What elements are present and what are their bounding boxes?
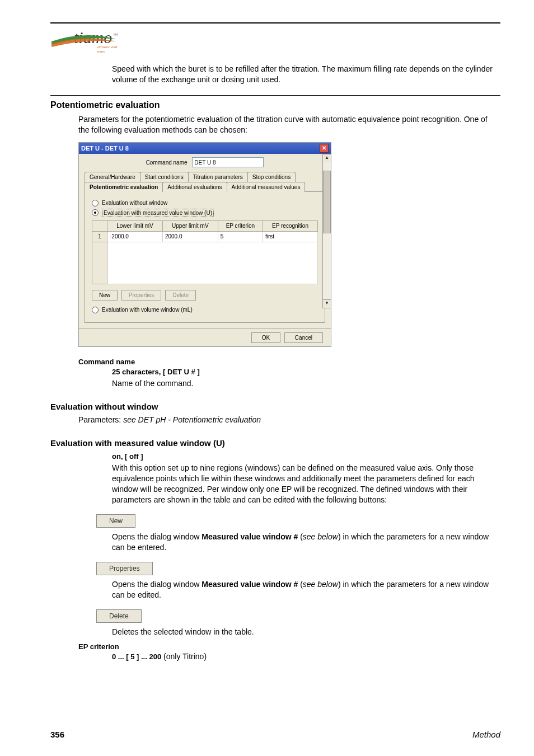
delete-ui-button[interactable]: Delete xyxy=(96,609,142,623)
close-icon[interactable]: ✕ xyxy=(320,144,329,153)
tab-additional-measured-values[interactable]: Additional measured values xyxy=(227,182,306,192)
col-rownum xyxy=(92,221,107,232)
col-lower-limit: Lower limit mV xyxy=(107,221,163,232)
ep-criterion-spec: 0 ... [ 5 ] ... 200 xyxy=(112,652,161,661)
col-ep-recognition: EP recognition xyxy=(263,221,318,232)
footer-title: Method xyxy=(472,730,500,739)
logo-subtitle: titration and more xyxy=(97,45,118,54)
new-button[interactable]: New xyxy=(92,290,118,301)
new-ui-button[interactable]: New xyxy=(96,514,135,528)
command-name-param-label: Command name xyxy=(78,357,500,367)
ok-button[interactable]: OK xyxy=(251,332,280,344)
scroll-down-icon[interactable]: ▼ xyxy=(322,299,331,308)
potentiometric-evaluation-heading: Potentiometric evaluation xyxy=(50,99,500,111)
radio-icon xyxy=(92,200,99,206)
cancel-button[interactable]: Cancel xyxy=(284,332,323,344)
command-name-input[interactable] xyxy=(192,157,264,167)
radio-icon xyxy=(92,307,99,313)
scroll-up-icon[interactable]: ▲ xyxy=(322,154,331,163)
eval-with-window-spec: on, [ off ] xyxy=(112,452,500,462)
page-number: 356 xyxy=(50,730,64,739)
command-name-label: Command name xyxy=(146,159,188,166)
delete-button[interactable]: Delete xyxy=(165,290,196,301)
scrollbar-track[interactable] xyxy=(322,162,331,300)
windows-table: Lower limit mV Upper limit mV EP criteri… xyxy=(92,220,318,284)
properties-button-desc: Opens the dialog window Measured value w… xyxy=(112,579,500,600)
table-row[interactable]: 1 -2000.0 2000.0 5 first xyxy=(92,231,318,242)
col-ep-criterion: EP criterion xyxy=(218,221,263,232)
brand-logo: tiamo™ titration and more xyxy=(50,28,118,47)
cell-ep-recognition: first xyxy=(263,231,318,242)
tab-panel: Evaluation without window Evaluation wit… xyxy=(85,191,325,323)
delete-button-desc: Deletes the selected window in the table… xyxy=(112,627,500,637)
potentiometric-evaluation-intro: Parameters for the potentiometric evalua… xyxy=(78,114,500,135)
radio-label: Evaluation with measured value window (U… xyxy=(102,209,214,218)
ep-criterion-label: EP criterion xyxy=(78,642,500,652)
new-button-desc: Opens the dialog window Measured value w… xyxy=(112,532,500,553)
command-name-desc: Name of the command. xyxy=(112,378,500,389)
tab-start-conditions[interactable]: Start conditions xyxy=(140,172,189,182)
ep-criterion-note: (only Titrino) xyxy=(161,652,207,661)
radio-eval-volume-window[interactable]: Evaluation with volume window (mL) xyxy=(92,306,318,314)
cell-upper-limit: 2000.0 xyxy=(162,231,218,242)
properties-ui-button[interactable]: Properties xyxy=(96,562,153,575)
tab-titration-parameters[interactable]: Titration parameters xyxy=(188,172,248,182)
eval-with-window-heading: Evaluation with measured value window (U… xyxy=(50,438,500,449)
dialog-title-text: DET U - DET U 8 xyxy=(81,144,129,153)
det-u-dialog: DET U - DET U 8 ✕ ▲ ▼ Command name Gener… xyxy=(78,142,331,347)
tab-potentiometric-evaluation[interactable]: Potentiometric evaluation xyxy=(85,182,163,192)
eval-with-window-desc: With this option set up to nine regions … xyxy=(112,463,500,505)
col-upper-limit: Upper limit mV xyxy=(162,221,218,232)
eval-without-window-heading: Evaluation without window xyxy=(50,401,500,412)
cell-rownum: 1 xyxy=(92,231,107,242)
scrollbar-thumb[interactable] xyxy=(323,171,331,233)
radio-icon xyxy=(92,209,99,216)
tab-additional-evaluations[interactable]: Additional evaluations xyxy=(162,182,227,192)
radio-eval-without-window[interactable]: Evaluation without window xyxy=(92,199,318,207)
properties-button[interactable]: Properties xyxy=(121,290,162,301)
cell-lower-limit: -2000.0 xyxy=(107,231,163,242)
tab-general-hardware[interactable]: General/Hardware xyxy=(85,172,140,182)
dialog-titlebar: DET U - DET U 8 ✕ xyxy=(79,143,331,154)
radio-label: Evaluation without window xyxy=(102,199,167,207)
radio-eval-measured-value-window[interactable]: Evaluation with measured value window (U… xyxy=(92,209,318,218)
tab-stop-conditions[interactable]: Stop conditions xyxy=(247,172,296,182)
cell-ep-criterion: 5 xyxy=(218,231,263,242)
eval-without-window-para: Parameters: see DET pH - Potentiometric … xyxy=(78,415,500,425)
filling-rate-description: Speed with which the buret is to be refi… xyxy=(112,64,500,85)
command-name-spec: 25 characters, [ DET U # ] xyxy=(112,367,500,377)
radio-label: Evaluation with volume window (mL) xyxy=(102,306,193,314)
